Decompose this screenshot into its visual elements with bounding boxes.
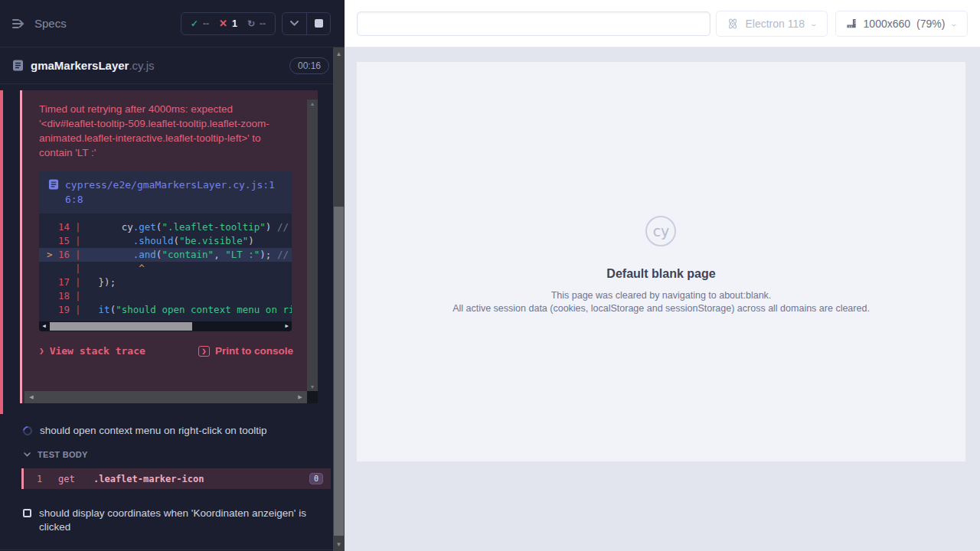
error-horizontal-scrollbar[interactable]: ◀ ▶ — [24, 391, 307, 403]
stat-pending: ↻ -- — [247, 18, 266, 29]
console-icon: ❯ — [198, 346, 210, 357]
command-count-badge: 0 — [309, 473, 323, 484]
failed-test-accent-strip — [0, 90, 3, 414]
view-stack-trace-button[interactable]: ❯ View stack trace — [39, 345, 145, 357]
code-line: 15| .should("be.visible") — [39, 234, 292, 248]
code-frame-file-link[interactable]: cypress/e2e/gmaMarkersLayer.cy.js:16:8 — [65, 178, 283, 207]
viewport-scale: (79%) — [916, 18, 945, 30]
stop-run-button[interactable] — [306, 13, 330, 34]
view-stack-trace-label: View stack trace — [50, 345, 145, 357]
test-body-header[interactable]: TEST BODY — [0, 445, 345, 465]
blank-page-message: cy Default blank page This page was clea… — [452, 216, 870, 315]
error-actions: ❯ View stack trace ❯ Print to console — [39, 345, 293, 357]
run-stats: ✓ -- ✕ 1 ↻ -- — [181, 12, 276, 35]
chevron-down-icon — [24, 452, 31, 457]
chevron-down-icon: ⌄ — [950, 20, 959, 28]
scrollbar-thumb[interactable] — [334, 207, 344, 536]
collapse-all-button[interactable] — [283, 13, 306, 34]
command-target: .leaflet-marker-icon — [93, 474, 204, 484]
error-panel: Timed out retrying after 4000ms: expecte… — [20, 90, 318, 403]
blank-page-line2: All active session data (cookies, localS… — [452, 302, 870, 315]
scrollbar-thumb[interactable] — [50, 322, 192, 331]
browser-label: Electron 118 — [745, 18, 805, 30]
spec-name-base: gmaMarkersLayer — [31, 59, 129, 72]
passed-count: -- — [203, 18, 209, 29]
code-line: > 16| .and("contain", "LT :"); // Test — [39, 248, 292, 262]
code-frame-body: 14| cy.get(".leaflet-tooltip") // Sele15… — [39, 214, 292, 319]
code-frame-horizontal-scrollbar[interactable]: ◀ ▶ — [39, 321, 292, 331]
specs-label: Specs — [34, 17, 67, 30]
test-body-label: TEST BODY — [38, 450, 88, 459]
print-to-console-button[interactable]: ❯ Print to console — [198, 345, 293, 357]
specs-menu-icon[interactable] — [12, 18, 27, 29]
stat-failed: ✕ 1 — [219, 18, 237, 29]
pending-count: -- — [260, 18, 266, 29]
scroll-down-arrow-icon[interactable]: ▼ — [307, 384, 318, 390]
cypress-logo: cy — [645, 216, 676, 246]
test-title: should display coordinates when 'Koordin… — [39, 507, 322, 534]
test-list: should open context menu on right-click … — [0, 416, 345, 550]
stop-icon — [315, 19, 323, 28]
spec-file-icon — [12, 60, 24, 71]
electron-icon — [727, 18, 739, 30]
list-divider — [0, 549, 345, 550]
code-frame-header: cypress/e2e/gmaMarkersLayer.cy.js:16:8 — [39, 171, 292, 214]
scroll-up-arrow-icon[interactable]: ▲ — [307, 101, 318, 106]
pending-square-icon — [23, 509, 31, 517]
code-file-icon — [48, 179, 59, 190]
chevron-down-icon: ⌄ — [810, 20, 818, 28]
print-to-console-label: Print to console — [215, 345, 293, 357]
chevron-right-icon: ❯ — [39, 346, 44, 356]
blank-page-line1: This page was cleared by navigating to a… — [452, 289, 870, 302]
failed-x-icon: ✕ — [219, 18, 227, 29]
scroll-down-arrow-icon[interactable]: ▼ — [333, 541, 345, 548]
restart-circle-icon: ↻ — [247, 18, 255, 29]
test-title: should open context menu on right-click … — [40, 424, 266, 438]
code-frame: cypress/e2e/gmaMarkersLayer.cy.js:16:8 1… — [39, 171, 292, 331]
code-line: 14| cy.get(".leaflet-tooltip") // Sele — [39, 220, 292, 234]
scrollbar-corner — [307, 391, 318, 403]
viewport-selector-button[interactable]: 1000x660 (79%) ⌄ — [835, 11, 968, 37]
blank-page-title: Default blank page — [452, 267, 870, 281]
viewport-size: 1000x660 — [864, 18, 911, 30]
reporter-header: Specs ✓ -- ✕ 1 ↻ -- — [0, 0, 345, 47]
test-item-pending[interactable]: should display coordinates when 'Koordin… — [0, 500, 345, 541]
command-method: get — [58, 474, 93, 484]
aut-panel: Electron 118 ⌄ 1000x660 (79%) ⌄ cy Defau — [345, 0, 980, 551]
spec-timer-badge: 00:16 — [289, 57, 329, 74]
error-message: Timed out retrying after 4000ms: expecte… — [39, 102, 287, 160]
ruler-icon — [846, 18, 858, 29]
passed-check-icon: ✓ — [191, 18, 198, 29]
cypress-runner: Specs ✓ -- ✕ 1 ↻ -- — [0, 0, 980, 551]
reporter-panel: Specs ✓ -- ✕ 1 ↻ -- — [0, 0, 345, 551]
scroll-left-arrow-icon[interactable]: ◀ — [39, 321, 49, 331]
code-line: 19| it("should open context menu on righ — [39, 303, 292, 317]
browser-selector-button[interactable]: Electron 118 ⌄ — [716, 11, 827, 37]
aut-iframe-blank-page: cy Default blank page This page was clea… — [357, 62, 965, 461]
scroll-left-arrow-icon[interactable]: ◀ — [26, 391, 37, 403]
stat-passed: ✓ -- — [191, 18, 209, 29]
failed-count: 1 — [232, 18, 237, 29]
running-spinner-icon — [21, 425, 34, 438]
command-row[interactable]: 1 get .leaflet-marker-icon 0 — [21, 468, 331, 489]
aut-topbar: Electron 118 ⌄ 1000x660 (79%) ⌄ — [345, 0, 980, 47]
failed-attempt-block: Timed out retrying after 4000ms: expecte… — [0, 84, 345, 416]
scroll-up-arrow-icon[interactable]: ▲ — [333, 51, 345, 57]
run-controls — [282, 12, 331, 35]
scroll-right-arrow-icon[interactable]: ▶ — [295, 391, 305, 403]
scroll-right-arrow-icon[interactable]: ▶ — [282, 321, 292, 331]
code-line: 18| — [39, 289, 292, 303]
url-input[interactable] — [357, 11, 710, 36]
code-line: | ^ — [39, 262, 292, 276]
error-vertical-scrollbar[interactable]: ▲ ▼ — [307, 99, 318, 391]
spec-name-ext: .cy.js — [129, 59, 154, 72]
command-number: 1 — [24, 474, 58, 484]
test-item-running[interactable]: should open context menu on right-click … — [0, 417, 345, 445]
spec-name: gmaMarkersLayer.cy.js — [31, 59, 154, 73]
code-line: 17| }); — [39, 276, 292, 289]
spec-row[interactable]: gmaMarkersLayer.cy.js 00:16 — [0, 47, 345, 84]
reporter-vertical-scrollbar[interactable]: ▲ ▼ — [333, 47, 345, 551]
